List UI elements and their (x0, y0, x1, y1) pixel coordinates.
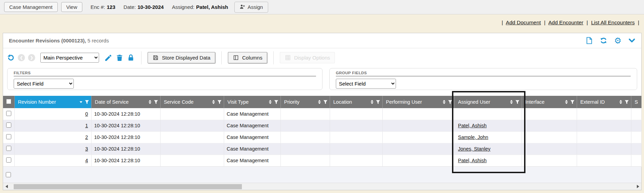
filter-funnel-icon[interactable] (85, 100, 89, 104)
new-document-icon[interactable] (585, 37, 593, 44)
row-checkbox[interactable] (6, 134, 11, 139)
sort-both-icon[interactable] (269, 100, 272, 104)
service-code-cell (160, 108, 224, 120)
app-screen: Case Management View Enc #: 123 Date: 10… (0, 0, 644, 193)
store-displayed-data-button[interactable]: Store Displayed Data (148, 52, 215, 63)
priority-cell (280, 131, 330, 143)
date-label: Date: (124, 4, 136, 10)
table-row[interactable]: 1 10-30-2024 12:28:10 Case Management Pa… (3, 120, 641, 131)
sort-both-icon[interactable] (565, 100, 568, 104)
filter-funnel-icon[interactable] (323, 100, 328, 104)
gear-icon[interactable]: ⚙ (614, 37, 621, 45)
lock-icon[interactable] (127, 54, 135, 62)
table-row[interactable]: 0 10-30-2024 12:28:10 Case Management (3, 108, 641, 120)
filter-funnel-icon[interactable] (570, 100, 575, 104)
row-checkbox[interactable] (6, 146, 11, 151)
revision-link[interactable]: 4 (85, 158, 88, 163)
table-row[interactable]: 3 10-30-2024 12:28:10 Case Management Jo… (3, 143, 641, 155)
filter-funnel-icon[interactable] (274, 100, 278, 104)
column-header-assigned-user[interactable]: Assigned User (454, 96, 522, 108)
priority-cell (280, 120, 330, 131)
assigned-user-link[interactable]: Patel, Ashish (458, 158, 487, 163)
display-options-label: Display Options (294, 55, 330, 61)
panel-records-count: 5 records (87, 38, 109, 43)
assigned-label: Assigned: (172, 4, 194, 10)
row-checkbox[interactable] (6, 111, 11, 116)
assign-button[interactable]: Assign (234, 2, 268, 13)
column-header-date-of-service[interactable]: Date of Service (91, 96, 160, 108)
external-id-cell (577, 143, 631, 155)
case-management-button[interactable]: Case Management (4, 2, 58, 12)
scroll-right-arrow-icon[interactable] (634, 183, 641, 190)
header-row: Revision Number Date of Service Service … (3, 96, 641, 108)
revision-link[interactable]: 2 (85, 134, 88, 140)
revision-link[interactable]: 1 (85, 123, 88, 128)
visit-type-cell: Case Management (224, 131, 280, 143)
person-plus-icon (239, 4, 245, 11)
assigned-user-link[interactable]: Sample, John (458, 134, 489, 140)
sort-both-icon[interactable] (318, 100, 321, 104)
column-header-location[interactable]: Location (330, 96, 382, 108)
sort-both-icon[interactable] (149, 100, 151, 104)
sort-both-icon[interactable] (371, 100, 373, 104)
column-header-priority[interactable]: Priority (280, 96, 330, 108)
revision-link[interactable]: 0 (85, 111, 88, 117)
undo-icon[interactable] (6, 54, 15, 62)
sort-both-icon[interactable] (510, 100, 513, 104)
perspective-select[interactable]: Main Perspective (40, 53, 99, 63)
columns-icon (233, 54, 239, 61)
priority-cell (280, 108, 330, 120)
row-checkbox[interactable] (6, 157, 11, 163)
list-all-encounters-link[interactable]: List All Encounters (591, 20, 635, 25)
delete-trash-icon[interactable] (115, 54, 124, 62)
previous-perspective-icon[interactable]: ❮ (18, 54, 25, 61)
select-all-checkbox[interactable] (6, 99, 11, 104)
revision-link[interactable]: 3 (85, 146, 88, 152)
performing-user-cell (382, 131, 454, 143)
filter-funnel-icon[interactable] (217, 100, 222, 104)
table-row[interactable]: 4 10-30-2024 12:28:10 Case Management Pa… (3, 155, 641, 166)
filter-funnel-icon[interactable] (515, 100, 520, 104)
columns-button[interactable]: Columns (228, 52, 267, 63)
filter-funnel-icon[interactable] (625, 100, 629, 104)
date-of-service-cell: 10-30-2024 12:28:10 (91, 108, 160, 120)
edit-pencil-icon[interactable] (104, 54, 112, 62)
footer-checkbox[interactable] (6, 172, 11, 177)
pipe-separator: | (587, 20, 588, 25)
service-code-cell (160, 120, 224, 131)
group-fields-field-select[interactable]: Select Field (336, 79, 396, 89)
date-of-service-cell: 10-30-2024 12:28:10 (91, 155, 160, 166)
date-of-service-cell: 10-30-2024 12:28:10 (91, 131, 160, 143)
date-of-service-cell: 10-30-2024 12:28:10 (91, 120, 160, 131)
add-encounter-link[interactable]: Add Encounter (548, 20, 584, 25)
view-button[interactable]: View (61, 2, 82, 12)
sort-both-icon[interactable] (443, 100, 446, 104)
column-header-visit-type[interactable]: Visit Type (224, 96, 280, 108)
filters-field-select[interactable]: Select Field (14, 79, 74, 89)
refresh-icon[interactable] (600, 37, 607, 44)
sort-both-icon[interactable] (212, 100, 215, 104)
horizontal-scrollbar[interactable] (3, 183, 641, 190)
column-header-performing-user[interactable]: Performing User (382, 96, 454, 108)
table-row[interactable]: 2 10-30-2024 12:28:10 Case Management Sa… (3, 131, 641, 143)
column-header-interface[interactable]: Interface (522, 96, 577, 108)
assigned-user-link[interactable]: Jones, Stanley (458, 146, 491, 152)
collapse-chevron-icon[interactable] (628, 37, 636, 44)
panel-title: Encounter Revisions (0000123), 5 records (9, 38, 109, 43)
scroll-left-arrow-icon[interactable] (3, 183, 10, 190)
filter-funnel-icon[interactable] (448, 100, 452, 104)
filter-funnel-icon[interactable] (376, 100, 380, 104)
scrollbar-thumb[interactable] (14, 184, 242, 189)
row-checkbox[interactable] (6, 123, 11, 128)
sort-desc-icon[interactable] (80, 101, 82, 103)
column-header-revision-number[interactable]: Revision Number (14, 96, 91, 108)
column-header-truncated[interactable]: S (631, 96, 641, 108)
filter-funnel-icon[interactable] (154, 100, 158, 104)
next-perspective-icon[interactable]: ❯ (28, 54, 35, 61)
service-code-cell (160, 131, 224, 143)
sort-both-icon[interactable] (619, 100, 622, 104)
assigned-user-link[interactable]: Patel, Ashish (458, 123, 487, 128)
column-header-external-id[interactable]: External ID (577, 96, 631, 108)
add-document-link[interactable]: Add Document (506, 20, 541, 25)
column-header-service-code[interactable]: Service Code (160, 96, 224, 108)
